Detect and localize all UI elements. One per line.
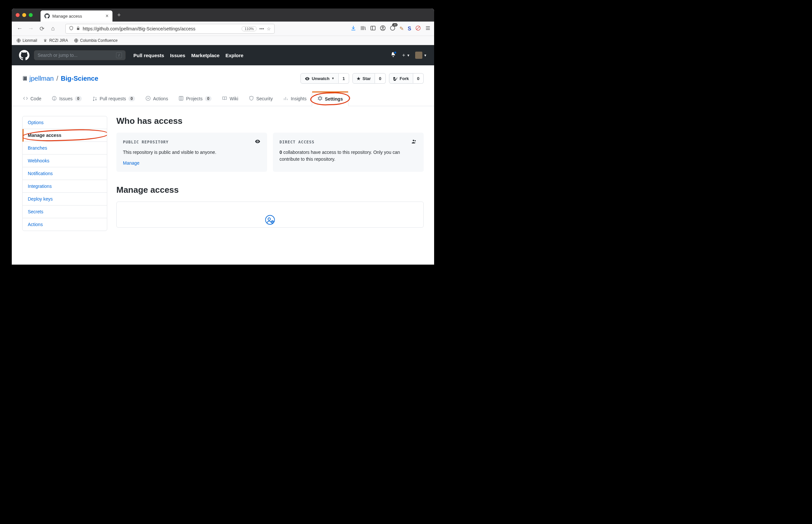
bookmark-confluence[interactable]: Columbia Confluence bbox=[74, 38, 118, 43]
unwatch-count[interactable]: 1 bbox=[339, 73, 349, 84]
manage-link[interactable]: Manage bbox=[123, 160, 140, 166]
project-icon bbox=[178, 96, 184, 102]
path-separator: / bbox=[56, 75, 58, 82]
sidebar-item-actions[interactable]: Actions bbox=[22, 218, 107, 231]
github-favicon bbox=[45, 13, 50, 19]
settings-sidebar: Options Manage access Branches Webhooks … bbox=[22, 116, 107, 231]
svg-rect-0 bbox=[371, 26, 376, 30]
github-logo[interactable] bbox=[19, 50, 29, 61]
bookmark-lionmail[interactable]: Lionmail bbox=[16, 38, 37, 43]
repo-owner-link[interactable]: jpellman bbox=[29, 75, 53, 82]
create-new-dropdown[interactable]: ▼ bbox=[401, 53, 410, 58]
caret-down-icon: ▼ bbox=[332, 77, 334, 80]
fork-count[interactable]: 0 bbox=[413, 73, 424, 84]
minimize-window-button[interactable] bbox=[22, 13, 26, 17]
svg-marker-16 bbox=[148, 97, 149, 99]
repo-nav: Code Issues 0 Pull requests 0 Actions bbox=[12, 92, 434, 106]
unwatch-button[interactable]: Unwatch ▼ bbox=[300, 73, 339, 84]
svg-point-3 bbox=[382, 27, 384, 28]
close-tab-icon[interactable]: × bbox=[106, 13, 109, 19]
repo-header: jpellman / Big-Science Unwatch ▼ 1 ★ Sta… bbox=[12, 65, 434, 84]
extension-icon-3[interactable]: S bbox=[408, 26, 411, 32]
downloads-icon[interactable] bbox=[350, 25, 356, 32]
url-bar[interactable]: https://github.com/jpellman/Big-Science/… bbox=[65, 24, 275, 34]
tab-insights[interactable]: Insights bbox=[278, 92, 312, 106]
card-title: DIRECT ACCESS bbox=[280, 140, 315, 144]
user-plus-icon bbox=[265, 215, 275, 226]
svg-point-23 bbox=[413, 140, 414, 142]
extension-icon-4[interactable] bbox=[415, 25, 421, 32]
extension-icon-1[interactable]: 20 bbox=[389, 25, 396, 32]
nav-issues[interactable]: Issues bbox=[170, 53, 185, 58]
globe-icon bbox=[16, 38, 21, 43]
star-group: ★ Star 0 bbox=[352, 73, 386, 84]
sidebar-item-integrations[interactable]: Integrations bbox=[22, 180, 107, 193]
close-window-button[interactable] bbox=[16, 13, 20, 17]
sidebar-item-secrets[interactable]: Secrets bbox=[22, 206, 107, 218]
nav-marketplace[interactable]: Marketplace bbox=[191, 53, 220, 58]
user-menu[interactable]: ▼ bbox=[415, 52, 427, 59]
sidebar-item-branches[interactable]: Branches bbox=[22, 142, 107, 154]
pr-icon bbox=[92, 96, 97, 102]
direct-access-card: DIRECT ACCESS 0 collaborators have acces… bbox=[273, 133, 424, 172]
code-icon bbox=[23, 96, 28, 102]
people-icon bbox=[411, 138, 417, 146]
toolbar-extensions: 20 ✎ S bbox=[350, 25, 431, 32]
globe-icon bbox=[74, 38, 78, 43]
back-button[interactable]: ← bbox=[15, 24, 24, 33]
extension-icon-2[interactable]: ✎ bbox=[399, 26, 404, 32]
nav-pull-requests[interactable]: Pull requests bbox=[133, 53, 164, 58]
sidebar-item-manage-access[interactable]: Manage access bbox=[22, 129, 107, 142]
browser-tab-active[interactable]: Manage access × bbox=[41, 11, 112, 21]
account-icon[interactable] bbox=[380, 25, 386, 32]
star-count[interactable]: 0 bbox=[375, 73, 385, 84]
gear-icon bbox=[317, 96, 323, 102]
new-tab-button[interactable]: + bbox=[114, 10, 124, 20]
repo-name-link[interactable]: Big-Science bbox=[61, 75, 98, 82]
tab-code[interactable]: Code bbox=[18, 92, 46, 106]
bookmark-star-icon[interactable]: ☆ bbox=[267, 26, 271, 31]
unwatch-group: Unwatch ▼ 1 bbox=[300, 73, 349, 84]
menu-icon[interactable] bbox=[425, 25, 431, 32]
sidebar-item-notifications[interactable]: Notifications bbox=[22, 167, 107, 180]
tab-settings[interactable]: Settings bbox=[312, 92, 349, 106]
tab-projects[interactable]: Projects 0 bbox=[173, 92, 217, 106]
shield-icon bbox=[249, 96, 254, 102]
tab-actions[interactable]: Actions bbox=[140, 92, 173, 106]
github-header: Search or jump to... / Pull requests Iss… bbox=[12, 45, 434, 65]
browser-window: Manage access × + ← → ⟳ ⌂ https://github… bbox=[12, 9, 434, 265]
notifications-icon[interactable] bbox=[390, 52, 396, 59]
page-actions-icon[interactable]: ••• bbox=[259, 26, 264, 31]
bookmark-rczi-jira[interactable]: ♛ RCZI JIRA bbox=[43, 38, 68, 43]
sidebar-item-deploy-keys[interactable]: Deploy keys bbox=[22, 193, 107, 206]
public-repo-card: PUBLIC REPOSITORY This repository is pub… bbox=[116, 133, 267, 172]
github-search-input[interactable]: Search or jump to... / bbox=[34, 50, 126, 60]
maximize-window-button[interactable] bbox=[29, 13, 33, 17]
fork-icon bbox=[393, 77, 398, 81]
tab-pull-requests[interactable]: Pull requests 0 bbox=[87, 92, 141, 106]
sidebar-item-options[interactable]: Options bbox=[22, 116, 107, 129]
card-body: This repository is public and visible to… bbox=[123, 149, 260, 156]
svg-point-4 bbox=[391, 26, 395, 30]
nav-explore[interactable]: Explore bbox=[225, 53, 243, 58]
fork-button[interactable]: Fork bbox=[389, 73, 413, 84]
reload-button[interactable]: ⟳ bbox=[37, 24, 46, 33]
eye-icon bbox=[255, 138, 260, 146]
home-button[interactable]: ⌂ bbox=[48, 24, 58, 33]
browser-toolbar: ← → ⟳ ⌂ https://github.com/jpellman/Big-… bbox=[12, 21, 434, 36]
manage-access-panel bbox=[116, 201, 424, 228]
search-placeholder: Search or jump to... bbox=[37, 53, 78, 58]
library-icon[interactable] bbox=[360, 25, 366, 32]
sidebar-item-webhooks[interactable]: Webhooks bbox=[22, 154, 107, 167]
tab-wiki[interactable]: Wiki bbox=[217, 92, 243, 106]
url-text: https://github.com/jpellman/Big-Science/… bbox=[83, 26, 239, 31]
zoom-badge[interactable]: 110% bbox=[242, 26, 257, 31]
sidebar-icon[interactable] bbox=[370, 25, 376, 32]
content-area: Who has access PUBLIC REPOSITORY This re… bbox=[116, 116, 424, 231]
slash-key-hint: / bbox=[116, 52, 122, 58]
tab-issues[interactable]: Issues 0 bbox=[46, 92, 86, 106]
forward-button[interactable]: → bbox=[26, 24, 35, 33]
star-button[interactable]: ★ Star bbox=[352, 73, 375, 84]
tab-security[interactable]: Security bbox=[243, 92, 278, 106]
svg-point-26 bbox=[268, 218, 271, 220]
